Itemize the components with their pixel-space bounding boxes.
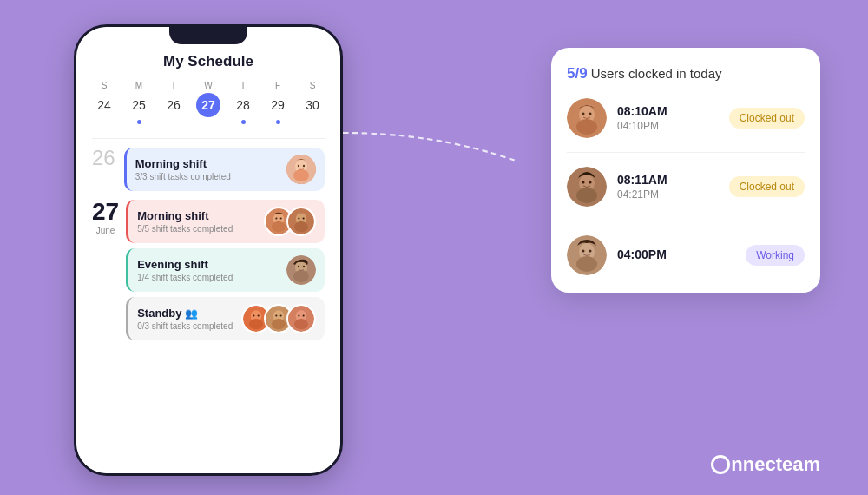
user-avatar-2 <box>567 167 607 207</box>
user-avatar-1 <box>567 98 607 138</box>
svg-point-7 <box>272 221 286 232</box>
day-num-wed: 27 <box>196 93 220 117</box>
avatar-man-standby3 <box>286 304 316 333</box>
day-num-sun: 24 <box>92 93 116 117</box>
avatar-woman-evening <box>286 255 316 285</box>
user-3-time-info: 04:00PM <box>617 248 735 263</box>
shift-26-avatar <box>286 155 316 184</box>
svg-point-24 <box>258 314 260 316</box>
connector-line <box>343 122 516 191</box>
shift-26-tasks: 3/3 shift tasks completed <box>135 172 231 182</box>
date-26-section: 26 Morning shift 3/3 shift tasks complet… <box>92 148 325 191</box>
shift-26-info: Morning shift 3/3 shift tasks completed <box>135 157 231 182</box>
day-fri[interactable]: F 29 <box>266 81 290 124</box>
shift-27-evening-name: Evening shift <box>137 258 233 271</box>
shift-27-morning-name: Morning shift <box>137 209 233 222</box>
date-27-label: 27 June <box>92 200 119 340</box>
user-1-status-badge: Clocked out <box>729 108 805 129</box>
day-label-fri: F <box>275 81 280 90</box>
user-2-time-info: 08:11AM 04:21PM <box>617 173 719 201</box>
day-dot-mon <box>137 120 141 124</box>
svg-point-28 <box>275 314 277 316</box>
day-mon[interactable]: M 25 <box>127 81 151 124</box>
phone-inner: My Schedule S 24 M 25 T 26 <box>76 27 340 473</box>
calendar-divider <box>92 138 325 139</box>
svg-point-27 <box>272 319 286 329</box>
user-2-time-in: 08:11AM <box>617 173 719 187</box>
day-num-sat: 30 <box>300 93 325 117</box>
shift-card-26-morning[interactable]: Morning shift 3/3 shift tasks completed <box>124 148 325 191</box>
user-1-time-info: 08:10AM 04:10PM <box>617 104 719 132</box>
panel-header: 5/9 Users clocked in today <box>567 65 805 82</box>
shift-card-27-morning[interactable]: Morning shift 5/5 shift tasks completed <box>126 200 325 243</box>
user-row-3[interactable]: 04:00PM Working <box>567 235 805 275</box>
day-label-thu: T <box>240 81 246 90</box>
day-num-tue: 26 <box>161 93 186 117</box>
svg-point-14 <box>303 217 305 219</box>
svg-point-49 <box>589 250 592 253</box>
day-wed[interactable]: W 27 <box>196 81 220 124</box>
right-panel: 5/9 Users clocked in today 08:10AM 04:10… <box>551 48 820 293</box>
day-num-mon: 25 <box>127 93 151 117</box>
shift-27-standby-info: Standby 👥 0/3 shift tasks completed <box>137 307 233 331</box>
phone-content: My Schedule S 24 M 25 T 26 <box>76 44 340 473</box>
shift-card-27-standby[interactable]: Standby 👥 0/3 shift tasks completed <box>126 297 325 340</box>
svg-point-39 <box>589 113 592 116</box>
phone-notch <box>169 27 247 44</box>
user-row-2[interactable]: 08:11AM 04:21PM Clocked out <box>567 167 805 207</box>
user-3-status-badge: Working <box>746 245 805 266</box>
svg-point-47 <box>576 256 597 272</box>
week-calendar: S 24 M 25 T 26 W 27 <box>92 81 325 124</box>
day-label-mon: M <box>135 81 142 90</box>
row-divider-1 <box>567 152 805 153</box>
svg-point-17 <box>293 270 309 282</box>
user-3-time-in: 04:00PM <box>617 248 735 261</box>
phone-frame: My Schedule S 24 M 25 T 26 <box>74 24 343 476</box>
svg-point-34 <box>303 314 305 316</box>
svg-point-43 <box>582 182 585 184</box>
row-divider-2 <box>567 221 805 221</box>
logo: nnecteam <box>711 453 820 476</box>
svg-point-33 <box>298 314 299 316</box>
svg-point-2 <box>293 169 309 182</box>
date-27-num: 27 <box>92 200 119 224</box>
user-1-time-in: 08:10AM <box>617 104 719 118</box>
day-sat[interactable]: S 30 <box>300 81 325 124</box>
user-1-time-out: 04:10PM <box>617 120 719 132</box>
svg-point-13 <box>298 217 299 219</box>
date-27-month: June <box>96 226 115 235</box>
svg-point-4 <box>303 165 305 167</box>
day-sun[interactable]: S 24 <box>92 81 116 124</box>
day-num-thu: 28 <box>231 93 255 117</box>
day-label-tue: T <box>171 81 176 90</box>
shift-27-morning-info: Morning shift 5/5 shift tasks completed <box>137 209 233 234</box>
panel-count: 5/9 <box>567 65 588 82</box>
standby-users-icon: 👥 <box>185 307 198 320</box>
shifts-column: Morning shift 5/5 shift tasks completed <box>126 200 325 340</box>
day-dot-thu <box>241 120 246 124</box>
avatar-man-morning2 <box>286 207 316 236</box>
logo-rest: nnecteam <box>731 453 820 476</box>
user-row-1[interactable]: 08:10AM 04:10PM Clocked out <box>567 98 805 138</box>
date-27-section: 27 June Morning shift 5/5 shift tasks co… <box>92 200 325 340</box>
logo-text: nnecteam <box>711 453 820 476</box>
svg-point-38 <box>582 113 585 116</box>
svg-point-19 <box>303 266 305 267</box>
shift-card-27-evening[interactable]: Evening shift 1/4 shift tasks completed <box>126 248 325 292</box>
shift-27-standby-name: Standby <box>137 307 181 320</box>
day-label-sat: S <box>310 81 316 90</box>
shift-27-standby-avatars <box>241 304 316 333</box>
user-2-status-badge: Clocked out <box>729 176 805 197</box>
svg-point-32 <box>294 319 308 329</box>
day-thu[interactable]: T 28 <box>231 81 255 124</box>
svg-point-42 <box>576 188 597 203</box>
day-tue[interactable]: T 26 <box>161 81 186 124</box>
svg-point-18 <box>298 266 299 267</box>
svg-point-8 <box>275 217 277 219</box>
svg-point-37 <box>576 119 597 135</box>
svg-point-22 <box>249 319 263 329</box>
day-num-fri: 29 <box>266 93 290 117</box>
user-2-time-out: 04:21PM <box>617 188 719 201</box>
date-26-label: 26 <box>92 148 115 168</box>
shift-27-standby-tasks: 0/3 shift tasks completed <box>137 321 233 331</box>
